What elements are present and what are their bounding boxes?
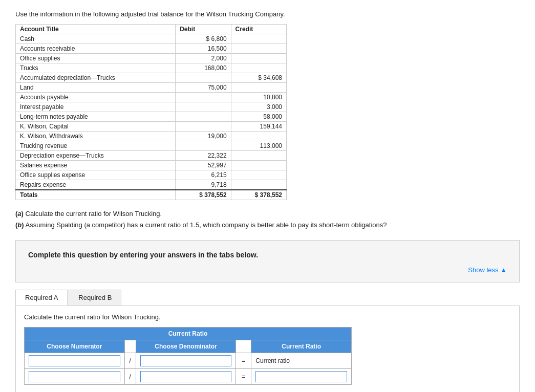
question-a: (a) Calculate the current ratio for Wils… <box>15 208 520 220</box>
trial-row-2-col-2 <box>231 54 286 63</box>
tab-content: Calculate the current ratio for Wilson T… <box>15 306 520 392</box>
trial-balance-table: Account Title Debit Credit Cash$ 6,800Ac… <box>15 24 287 200</box>
trial-row-15-col-0: Repairs expense <box>16 180 176 190</box>
tab-required-a[interactable]: Required A <box>15 290 68 306</box>
cr-row2-denominator-cell[interactable] <box>136 369 236 385</box>
trial-row-3-col-2 <box>231 63 286 73</box>
cr-numerator-header: Choose Numerator <box>25 340 125 353</box>
tab-description: Calculate the current ratio for Wilson T… <box>24 313 511 321</box>
questions: (a) Calculate the current ratio for Wils… <box>15 208 520 231</box>
cr-row1-denominator-cell[interactable] <box>136 353 236 369</box>
trial-row-4-col-0: Accumulated depreciation—Trucks <box>16 73 176 83</box>
cr-row1-result-label: Current ratio <box>255 357 290 364</box>
trial-row-13-col-1: 52,997 <box>176 161 231 170</box>
cr-row1-result-cell: Current ratio <box>251 353 352 369</box>
cr-row1-equals: = <box>236 353 251 369</box>
trial-row-2-col-0: Office supplies <box>16 54 176 63</box>
trial-row-14-col-1: 6,215 <box>176 170 231 180</box>
cr-row2-numerator-input[interactable] <box>29 371 120 382</box>
cr-row2-equals: = <box>236 369 251 385</box>
trial-row-11-col-1 <box>176 141 231 151</box>
cr-header: Current Ratio <box>25 328 352 340</box>
trial-row-0-col-2 <box>231 34 286 44</box>
trial-row-9-col-1 <box>176 122 231 132</box>
trial-row-15-col-1: 9,718 <box>176 180 231 190</box>
cr-row1-numerator-cell[interactable] <box>25 353 125 369</box>
trial-row-8-col-0: Long-term notes payable <box>16 112 176 122</box>
trial-row-5-col-0: Land <box>16 83 176 93</box>
trial-row-7-col-0: Interest payable <box>16 102 176 112</box>
trial-row-15-col-2 <box>231 180 286 190</box>
trial-row-6-col-2: 10,800 <box>231 93 286 102</box>
question-b: (b) Assuming Spalding (a competitor) has… <box>15 220 520 231</box>
cr-denominator-header: Choose Denominator <box>136 340 236 353</box>
trial-row-7-col-1 <box>176 102 231 112</box>
trial-row-9-col-0: K. Wilson, Capital <box>16 122 176 132</box>
trial-row-1-col-0: Accounts receivable <box>16 44 176 54</box>
trial-row-9-col-2: 159,144 <box>231 122 286 132</box>
trial-row-13-col-0: Salaries expense <box>16 161 176 170</box>
show-less-button[interactable]: Show less ▲ <box>28 266 507 274</box>
trial-row-6-col-0: Accounts payable <box>16 93 176 102</box>
cr-row1-denominator-input[interactable] <box>140 355 232 366</box>
trial-row-5-col-1: 75,000 <box>176 83 231 93</box>
cr-slash-header: / <box>124 340 136 353</box>
cr-row1-numerator-input[interactable] <box>29 355 120 366</box>
trial-row-11-col-2: 113,000 <box>231 141 286 151</box>
tabs-row: Required A Required B <box>15 290 520 306</box>
trial-row-4-col-2: $ 34,608 <box>231 73 286 83</box>
trial-row-12-col-2 <box>231 151 286 161</box>
cr-result-header: Current Ratio <box>251 340 352 353</box>
trial-row-12-col-1: 22,322 <box>176 151 231 161</box>
trial-row-13-col-2 <box>231 161 286 170</box>
instruction-card: Complete this question by entering your … <box>15 240 520 282</box>
trial-row-12-col-0: Depreciation expense—Trucks <box>16 151 176 161</box>
cr-row2-result-input[interactable] <box>255 371 347 382</box>
col-debit: Debit <box>176 25 231 34</box>
cr-row2-slash: / <box>124 369 136 385</box>
trial-row-0-col-1: $ 6,800 <box>176 34 231 44</box>
trial-row-11-col-0: Trucking revenue <box>16 141 176 151</box>
trial-row-3-col-1: 168,000 <box>176 63 231 73</box>
trial-row-1-col-2 <box>231 44 286 54</box>
trial-row-10-col-0: K. Wilson, Withdrawals <box>16 132 176 141</box>
trial-row-8-col-2: 58,000 <box>231 112 286 122</box>
cr-row2-denominator-input[interactable] <box>140 371 232 382</box>
trial-row-8-col-1 <box>176 112 231 122</box>
cr-row2-numerator-cell[interactable] <box>25 369 125 385</box>
totals-col-2: $ 378,552 <box>231 190 286 200</box>
trial-row-5-col-2 <box>231 83 286 93</box>
intro-text: Use the information in the following adj… <box>15 10 520 18</box>
trial-row-10-col-1: 19,000 <box>176 132 231 141</box>
trial-row-2-col-1: 2,000 <box>176 54 231 63</box>
trial-row-3-col-0: Trucks <box>16 63 176 73</box>
trial-row-4-col-1 <box>176 73 231 83</box>
trial-row-6-col-1 <box>176 93 231 102</box>
cr-equals-header: = <box>236 340 251 353</box>
trial-row-1-col-1: 16,500 <box>176 44 231 54</box>
totals-col-0: Totals <box>16 190 176 200</box>
trial-row-7-col-2: 3,000 <box>231 102 286 112</box>
cr-row2-result-cell[interactable] <box>251 369 352 385</box>
col-credit: Credit <box>231 25 286 34</box>
trial-row-0-col-0: Cash <box>16 34 176 44</box>
trial-row-10-col-2 <box>231 132 286 141</box>
current-ratio-table: Current Ratio Choose Numerator / Choose … <box>24 327 352 385</box>
col-account: Account Title <box>16 25 176 34</box>
totals-col-1: $ 378,552 <box>176 190 231 200</box>
trial-row-14-col-2 <box>231 170 286 180</box>
tab-required-b[interactable]: Required B <box>69 290 121 306</box>
cr-row1-slash: / <box>124 353 136 369</box>
trial-row-14-col-0: Office supplies expense <box>16 170 176 180</box>
card-instruction: Complete this question by entering your … <box>28 251 507 259</box>
